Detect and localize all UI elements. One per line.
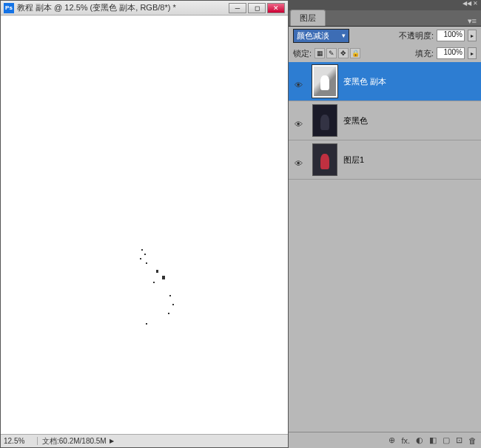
footer-action-icon[interactable]: ◧ <box>429 435 437 445</box>
canvas[interactable] <box>1 16 288 434</box>
blend-opacity-row: 颜色减淡 不透明度: 100% ▸ <box>289 27 481 44</box>
document-info[interactable]: 文档:60.2M/180.5M ▶ <box>38 436 118 447</box>
info-menu-icon[interactable]: ▶ <box>110 438 114 444</box>
ps-icon: Ps <box>4 3 14 13</box>
lock-transparency-icon[interactable]: ▦ <box>314 48 325 58</box>
lock-pixels-icon[interactable]: ✎ <box>326 48 337 58</box>
fill-label: 填充: <box>415 48 434 59</box>
opacity-label: 不透明度: <box>399 30 434 41</box>
document-statusbar: 12.5% 文档:60.2M/180.5M ▶ <box>1 434 288 447</box>
footer-action-icon[interactable]: 🗑 <box>468 436 477 445</box>
panel-footer: ⊕fx.◐◧▢⊡🗑 <box>289 432 481 448</box>
lock-all-icon[interactable]: 🔒 <box>350 48 360 58</box>
fill-input[interactable]: 100% <box>437 47 465 59</box>
document-window: Ps 教程 副本 @ 12.5% (变黑色 副本, RGB/8*) * ─ ◻ … <box>0 0 289 448</box>
eye-icon <box>295 156 305 163</box>
opacity-input[interactable]: 100% <box>437 30 465 41</box>
visibility-toggle[interactable] <box>293 78 306 85</box>
layer-row[interactable]: 图层1 <box>289 140 481 180</box>
layer-name[interactable]: 变黑色 <box>343 115 368 126</box>
eye-icon <box>295 117 305 124</box>
panel-body: 颜色减淡 不透明度: 100% ▸ 锁定: ▦ ✎ ✥ 🔒 填充: 100% ▸… <box>289 27 481 448</box>
opacity-stepper[interactable]: ▸ <box>468 30 477 41</box>
minimize-button[interactable]: ─ <box>229 3 246 13</box>
layer-thumbnail[interactable] <box>312 104 337 137</box>
panel-tabs: 图层 ▾≡ <box>289 10 481 27</box>
document-title: 教程 副本 @ 12.5% (变黑色 副本, RGB/8*) * <box>17 2 229 13</box>
layer-thumbnail[interactable] <box>312 65 337 98</box>
footer-action-icon[interactable]: ▢ <box>443 435 450 445</box>
layer-thumbnail[interactable] <box>312 143 337 176</box>
layer-name[interactable]: 变黑色 副本 <box>343 76 386 87</box>
visibility-toggle[interactable] <box>293 156 306 163</box>
fill-stepper[interactable]: ▸ <box>468 47 477 59</box>
eye-icon <box>295 78 305 85</box>
document-titlebar[interactable]: Ps 教程 副本 @ 12.5% (变黑色 副本, RGB/8*) * ─ ◻ … <box>1 1 288 16</box>
footer-action-icon[interactable]: fx. <box>401 436 410 445</box>
close-button[interactable]: ✕ <box>267 3 285 13</box>
layers-panel: ◀◀ ✕ 图层 ▾≡ 颜色减淡 不透明度: 100% ▸ 锁定: ▦ ✎ ✥ 🔒… <box>289 0 481 448</box>
footer-action-icon[interactable]: ◐ <box>416 435 423 445</box>
blend-mode-select[interactable]: 颜色减淡 <box>293 29 349 43</box>
lock-fill-row: 锁定: ▦ ✎ ✥ 🔒 填充: 100% ▸ <box>289 44 481 62</box>
lock-label: 锁定: <box>293 48 312 59</box>
lock-icons: ▦ ✎ ✥ 🔒 <box>314 48 360 58</box>
tab-layers[interactable]: 图层 <box>290 10 326 26</box>
layer-name[interactable]: 图层1 <box>343 155 364 166</box>
panel-menu-icon[interactable]: ▾≡ <box>463 16 481 26</box>
panel-collapse-bar[interactable]: ◀◀ ✕ <box>289 0 481 10</box>
footer-action-icon[interactable]: ⊕ <box>388 435 395 445</box>
lock-position-icon[interactable]: ✥ <box>338 48 349 58</box>
layer-row[interactable]: 变黑色 <box>289 101 481 140</box>
layer-row[interactable]: 变黑色 副本 <box>289 62 481 101</box>
footer-action-icon[interactable]: ⊡ <box>456 435 462 445</box>
maximize-button[interactable]: ◻ <box>248 3 266 13</box>
window-controls: ─ ◻ ✕ <box>229 3 285 13</box>
layers-list: 变黑色 副本变黑色图层1 <box>289 62 481 432</box>
visibility-toggle[interactable] <box>293 117 306 124</box>
zoom-input[interactable]: 12.5% <box>1 437 38 445</box>
